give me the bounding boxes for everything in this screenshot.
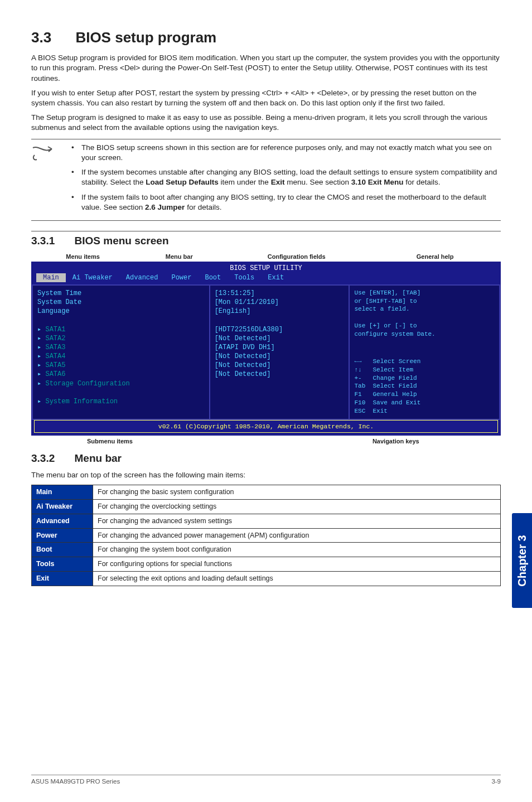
table-row: PowerFor changing the advanced power man… — [32, 528, 501, 543]
bios-tab-ai-tweaker[interactable]: Ai Tweaker — [66, 273, 119, 282]
bios-help-text: Use [+] or [-] to — [354, 322, 495, 330]
bios-right-pane: Use [ENTER], [TAB] or [SHIFT-TAB] to sel… — [350, 286, 499, 419]
menu-desc: For changing the advanced system setting… — [93, 514, 501, 528]
subsection-number: 3.3.2 — [31, 452, 55, 464]
section-number: 3.3 — [31, 29, 51, 46]
note-list: The BIOS setup screens shown in this sec… — [69, 143, 501, 217]
table-row: ExitFor selecting the exit options and l… — [32, 572, 501, 586]
callout-label: Navigation keys — [373, 437, 419, 446]
bios-item-sata4[interactable]: SATA4 — [37, 352, 205, 361]
bios-key-row: F10 Save and Exit — [354, 399, 495, 407]
bios-diagram: Menu items Menu bar Configuration fields… — [31, 253, 501, 446]
subsection-title: Menu bar — [75, 452, 122, 464]
table-row: AdvancedFor changing the advanced system… — [32, 514, 501, 528]
bios-key-row: ↑↓ Select Item — [354, 366, 495, 374]
callout-label: Configuration fields — [224, 253, 369, 261]
table-row: BootFor changing the system boot configu… — [32, 543, 501, 557]
menu-name: Power — [32, 528, 93, 543]
bios-menubar: Main Ai Tweaker Advanced Power Boot Tool… — [32, 273, 500, 284]
bios-item-system-info[interactable]: System Information — [37, 397, 205, 406]
callout-label: Menu bar — [134, 253, 224, 261]
bios-tab-exit[interactable]: Exit — [261, 273, 291, 282]
bios-callout-labels: Menu items Menu bar Configuration fields… — [31, 253, 501, 261]
section-heading: 3.3 BIOS setup program — [31, 28, 501, 47]
bios-key-row: Tab Select Field — [354, 382, 495, 390]
note-text: for details. — [185, 203, 221, 211]
section-title: BIOS setup program — [75, 29, 216, 46]
note-item: If the system fails to boot after changi… — [69, 192, 501, 212]
subsection-heading: 3.3.2 Menu bar — [31, 451, 501, 466]
menu-desc: For configuring options for special func… — [93, 557, 501, 572]
note-bold: Load Setup Defaults — [146, 178, 219, 186]
bios-value-sata3: [ATAPI DVD DH1] — [215, 343, 345, 352]
note-text: item under the — [219, 178, 271, 186]
menu-name: Advanced — [32, 514, 93, 528]
bios-mid-pane: [13:51:25] [Mon 01/11/2010] [English] [H… — [210, 286, 350, 419]
bios-key-legend: ←→ Select Screen ↑↓ Select Item +- Chang… — [354, 357, 495, 416]
bios-help-text: select a field. — [354, 305, 495, 313]
callout-label: General help — [369, 253, 501, 261]
bios-item-sata5[interactable]: SATA5 — [37, 361, 205, 370]
bios-screen: BIOS SETUP UTILITY Main Ai Tweaker Advan… — [31, 262, 501, 436]
menu-desc: For selecting the exit options and loadi… — [93, 572, 501, 586]
bios-value-language: [English] — [215, 307, 345, 316]
bios-value-sata6: [Not Detected] — [215, 370, 345, 379]
footer-left: ASUS M4A89GTD PRO Series — [31, 777, 120, 786]
paragraph: The Setup program is designed to make it… — [31, 113, 501, 133]
chapter-label: Chapter 3 — [515, 535, 530, 586]
table-row: MainFor changing the basic system config… — [32, 485, 501, 499]
note-bold: Exit — [271, 178, 285, 186]
bios-title: BIOS SETUP UTILITY — [32, 262, 500, 273]
table-row: ToolsFor configuring options for special… — [32, 557, 501, 572]
callout-label: Menu items — [31, 253, 134, 261]
bios-value-sata4: [Not Detected] — [215, 352, 345, 361]
bios-tab-boot[interactable]: Boot — [198, 273, 228, 282]
bios-value-sata1: [HDT722516DLA380] — [215, 325, 345, 334]
bios-key-row: F1 General Help — [354, 390, 495, 399]
note-text: See section — [104, 203, 145, 211]
note-block: The BIOS setup screens shown in this sec… — [31, 139, 501, 221]
bios-item-sata3[interactable]: SATA3 — [37, 343, 205, 352]
paragraph: A BIOS Setup program is provided for BIO… — [31, 53, 501, 84]
note-text: The BIOS setup screens shown in this sec… — [81, 143, 492, 162]
table-row: Ai TweakerFor changing the overclocking … — [32, 499, 501, 514]
bios-callout-labels-bottom: Submenu items Navigation keys — [31, 437, 501, 446]
chapter-side-tab: Chapter 3 — [512, 513, 532, 608]
note-item: The BIOS setup screens shown in this sec… — [69, 143, 501, 163]
note-text: menu. See section — [284, 178, 351, 186]
bios-tab-power[interactable]: Power — [165, 273, 198, 282]
bios-item-storage-config[interactable]: Storage Configuration — [37, 379, 205, 388]
note-text: for details. — [404, 178, 441, 186]
bios-item-system-time[interactable]: System Time — [37, 289, 205, 298]
bios-item-sata6[interactable]: SATA6 — [37, 370, 205, 379]
note-icon — [31, 143, 56, 217]
bios-key-row: ESC Exit — [354, 407, 495, 416]
footer-right: 3-9 — [491, 777, 501, 786]
bios-tab-advanced[interactable]: Advanced — [119, 273, 165, 282]
bios-copyright: v02.61 (C)Copyright 1985-2010, American … — [34, 420, 498, 433]
page-footer: ASUS M4A89GTD PRO Series 3-9 — [31, 775, 501, 786]
bios-tab-main[interactable]: Main — [36, 273, 66, 282]
bios-item-sata1[interactable]: SATA1 — [37, 325, 205, 334]
bios-help-text: or [SHIFT-TAB] to — [354, 297, 495, 306]
menu-name: Boot — [32, 543, 93, 557]
paragraph: If you wish to enter Setup after POST, r… — [31, 88, 501, 108]
bios-body: System Time System Date Language SATA1 S… — [32, 284, 500, 420]
bios-help-text: configure system Date. — [354, 330, 495, 339]
subsection-heading: 3.3.1 BIOS menu screen — [31, 231, 501, 248]
subsection-title: BIOS menu screen — [75, 235, 169, 247]
bios-value-time: [13:51:25] — [215, 289, 345, 298]
note-bold: 2.6 Jumper — [145, 203, 185, 211]
bios-item-sata2[interactable]: SATA2 — [37, 334, 205, 343]
bios-tab-tools[interactable]: Tools — [228, 273, 261, 282]
bios-item-system-date[interactable]: System Date — [37, 298, 205, 307]
menubar-table: MainFor changing the basic system config… — [31, 485, 501, 586]
bios-value-date: [Mon 01/11/2010] — [215, 298, 345, 307]
menu-desc: For changing the basic system configurat… — [93, 485, 501, 499]
bios-value-sata5: [Not Detected] — [215, 361, 345, 370]
menu-name: Exit — [32, 572, 93, 586]
bios-item-language[interactable]: Language — [37, 307, 205, 316]
bios-value-sata2: [Not Detected] — [215, 334, 345, 343]
bios-left-pane: System Time System Date Language SATA1 S… — [33, 286, 210, 419]
menu-desc: For changing the system boot configurati… — [93, 543, 501, 557]
